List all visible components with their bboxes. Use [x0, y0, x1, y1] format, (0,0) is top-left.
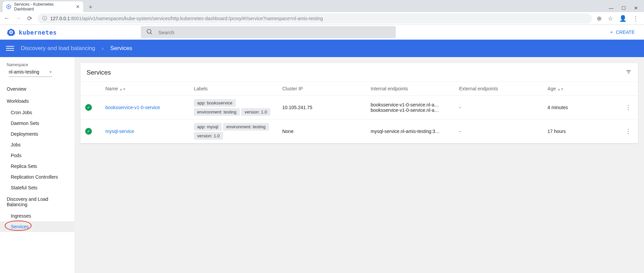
namespace-select[interactable]: nl-amis-testing ▼ [9, 69, 52, 77]
profile-icon[interactable]: 👤 [619, 15, 627, 22]
breadcrumb-section[interactable]: Discovery and load balancing [21, 45, 95, 52]
status-ok-icon: ✓ [85, 104, 92, 111]
new-tab-button[interactable]: ＋ [86, 2, 95, 11]
table-row: ✓mysql-serviceapp: mysqlenvironment: tes… [80, 120, 638, 143]
browser-chrome: Services - Kubernetes Dashboard ✕ ＋ — ☐ … [0, 0, 644, 25]
hamburger-icon[interactable] [6, 44, 14, 52]
zoom-icon[interactable]: ⊕ [597, 15, 602, 22]
bookmark-icon[interactable]: ☆ [608, 15, 613, 22]
sidebar-item[interactable]: Services [0, 221, 74, 232]
sort-icon: ▲▼ [557, 87, 564, 91]
kubernetes-logo-icon [7, 28, 15, 37]
content: Services Name▲▼ Labels Cluster IP Intern… [74, 57, 644, 273]
label-chip: app: mysql [194, 123, 222, 131]
window-controls: — ☐ ✕ [609, 5, 644, 12]
sort-icon: ▲▼ [119, 87, 126, 91]
sidebar-item[interactable]: Deployments [0, 129, 74, 139]
back-button[interactable]: ← [3, 15, 10, 22]
sidebar-overview[interactable]: Overview [0, 83, 74, 95]
label-chip: environment: testing [223, 123, 269, 131]
sidebar-item[interactable]: Pods [0, 150, 74, 161]
tab-title: Services - Kubernetes Dashboard [14, 2, 73, 11]
col-labels: Labels [189, 82, 278, 96]
svg-rect-7 [626, 70, 631, 71]
reload-button[interactable]: ⟳ [26, 15, 33, 22]
sidebar-item[interactable]: Stateful Sets [0, 182, 74, 193]
service-link[interactable]: mysql-service [105, 129, 134, 134]
card-header: Services [80, 63, 638, 82]
row-menu-icon[interactable]: ⋮ [619, 120, 638, 143]
browser-menu-icon[interactable]: ⋮ [633, 15, 639, 22]
col-external-endpoints: External endpoints [454, 82, 543, 96]
search-input[interactable] [158, 30, 396, 35]
label-chip: version: 1.0 [241, 108, 270, 116]
sidebar-item[interactable]: Jobs [0, 139, 74, 150]
card-title: Services [87, 69, 111, 76]
logo-text: kubernetes [19, 29, 57, 36]
kubernetes-favicon-icon [6, 4, 11, 9]
age-cell: 4 minutes [543, 96, 619, 120]
cluster-ip-cell: 10.105.241.75 [277, 96, 366, 120]
service-link[interactable]: booksservice-v1-0-service [105, 105, 160, 110]
tab-strip: Services - Kubernetes Dashboard ✕ ＋ — ☐ … [0, 0, 644, 12]
external-endpoints-cell: - [454, 120, 543, 143]
row-menu-icon[interactable]: ⋮ [619, 96, 638, 120]
table-row: ✓booksservice-v1-0-serviceapp: booksserv… [80, 96, 638, 120]
sidebar-item[interactable]: Ingresses [0, 211, 74, 221]
chevron-right-icon: › [102, 46, 104, 51]
labels-cell: app: booksserviceenvironment: testingver… [189, 96, 278, 120]
svg-point-5 [147, 29, 151, 33]
maximize-icon[interactable]: ☐ [622, 5, 626, 11]
internal-endpoints-cell: booksservice-v1-0-service.nl-a…booksserv… [366, 96, 454, 120]
sidebar-item[interactable]: Replica Sets [0, 161, 74, 172]
svg-rect-8 [627, 72, 630, 72]
status-ok-icon: ✓ [85, 128, 92, 135]
create-button[interactable]: ＋ CREATE [609, 29, 637, 35]
browser-toolbar: ← → ⟳ ⓘ 127.0.0.1:8001/api/v1/namespaces… [0, 12, 644, 25]
svg-line-6 [151, 33, 152, 34]
breadcrumb-bar: Discovery and load balancing › Services [0, 40, 644, 57]
close-tab-icon[interactable]: ✕ [76, 4, 80, 9]
sidebar-item[interactable]: Daemon Sets [0, 118, 74, 129]
breadcrumb-current: Services [110, 45, 132, 52]
minimize-icon[interactable]: — [609, 5, 613, 11]
services-card: Services Name▲▼ Labels Cluster IP Intern… [80, 63, 638, 143]
label-chip: app: booksservice [194, 99, 236, 107]
col-cluster-ip: Cluster IP [277, 82, 366, 96]
svg-point-1 [8, 6, 9, 7]
internal-endpoints-cell: mysql-service.nl-amis-testing:3… [366, 120, 454, 143]
plus-icon: ＋ [609, 29, 614, 35]
sidebar-item[interactable]: Cron Jobs [0, 107, 74, 118]
create-label: CREATE [616, 30, 635, 35]
logo[interactable]: kubernetes [7, 28, 134, 37]
main: Namespace nl-amis-testing ▼ Overview Wor… [0, 57, 644, 273]
address-bar[interactable]: ⓘ 127.0.0.1:8001/api/v1/namespaces/kube-… [38, 13, 592, 24]
cluster-ip-cell: None [277, 120, 366, 143]
browser-tab[interactable]: Services - Kubernetes Dashboard ✕ [3, 1, 83, 12]
col-internal-endpoints: Internal endpoints [366, 82, 454, 96]
label-chip: version: 1.0 [194, 132, 223, 140]
sidebar-workloads-header[interactable]: Workloads [0, 95, 74, 107]
labels-cell: app: mysqlenvironment: testingversion: 1… [189, 120, 278, 143]
site-info-icon[interactable]: ⓘ [42, 15, 47, 21]
col-age[interactable]: Age▲▼ [543, 82, 619, 96]
sidebar: Namespace nl-amis-testing ▼ Overview Wor… [0, 57, 74, 273]
search-icon [146, 29, 153, 36]
sidebar-item[interactable]: Replication Controllers [0, 172, 74, 182]
svg-point-4 [10, 32, 12, 33]
filter-icon[interactable] [625, 69, 632, 76]
sidebar-dlb-header[interactable]: Discovery and Load Balancing [0, 193, 74, 211]
annotation-circle [5, 221, 32, 231]
namespace-value: nl-amis-testing [9, 69, 39, 75]
url-text: 127.0.0.1:8001/api/v1/namespaces/kube-sy… [50, 16, 323, 21]
col-name[interactable]: Name▲▼ [101, 82, 189, 96]
age-cell: 17 hours [543, 120, 619, 143]
close-window-icon[interactable]: ✕ [634, 5, 638, 11]
svg-rect-9 [628, 73, 629, 74]
app-header: kubernetes ＋ CREATE [0, 25, 644, 40]
services-table: Name▲▼ Labels Cluster IP Internal endpoi… [80, 82, 638, 143]
forward-button[interactable]: → [15, 15, 21, 22]
toolbar-right-icons: ⊕ ☆ 👤 ⋮ [597, 15, 641, 22]
namespace-label: Namespace [0, 62, 74, 67]
search-bar[interactable] [141, 26, 396, 38]
